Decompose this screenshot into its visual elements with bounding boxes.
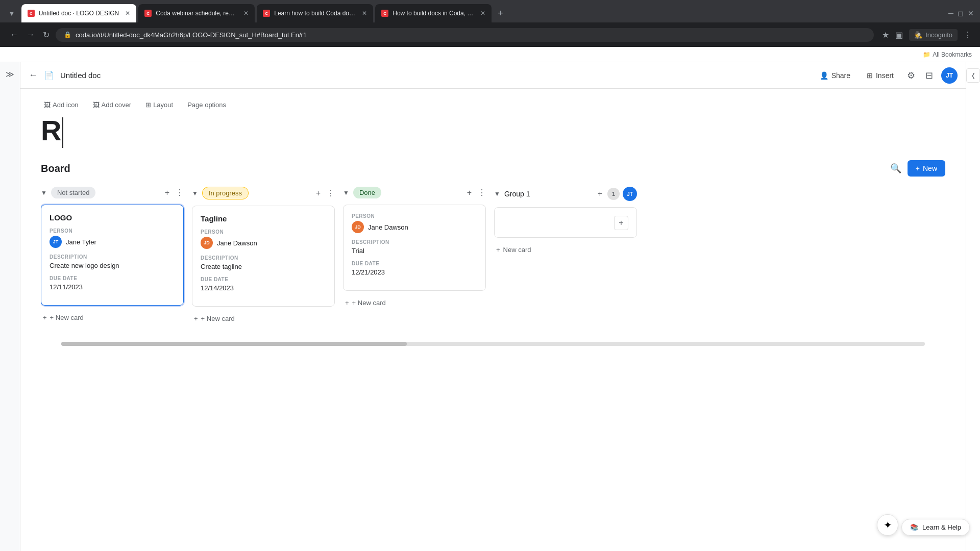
user-avatar[interactable]: JT [941, 67, 958, 84]
back-button[interactable]: ← [29, 70, 38, 81]
share-button[interactable]: 👤 Share [815, 68, 855, 83]
page-heading[interactable]: R [41, 115, 945, 148]
new-record-plus-icon: + [916, 164, 920, 172]
card-logo-description: Create new logo design [50, 262, 175, 269]
card-logo[interactable]: LOGO PERSON JT Jane Tyler DESCRIPTION [41, 205, 184, 306]
card-trial-person: JD Jane Dawson [352, 221, 477, 233]
ai-assistant-button[interactable]: ✦ [877, 514, 898, 536]
tab-close-learn[interactable]: ✕ [362, 10, 367, 17]
add-card-button-not-started[interactable]: + [163, 187, 172, 198]
tab-untitled[interactable]: C Untitled doc · LOGO DESIGN ✕ [21, 4, 136, 22]
new-card-label-in-progress: + New card [201, 315, 235, 322]
new-card-plus-icon-not-started: + [43, 314, 47, 321]
card-trial-person-label: PERSON [352, 213, 477, 219]
close-button[interactable]: ✕ [968, 9, 974, 17]
split-screen-icon[interactable]: ▣ [895, 30, 903, 40]
tab-title-learn: Learn how to build Coda docs... [274, 10, 356, 17]
maximize-button[interactable]: ◻ [958, 9, 964, 17]
filter-icon-in-progress[interactable]: ▼ [192, 190, 198, 197]
new-card-button-done[interactable]: + + New card [343, 296, 486, 310]
card-tagline[interactable]: Tagline PERSON JD Jane Dawson DESCRIPTIO… [192, 206, 335, 307]
tab-learn[interactable]: C Learn how to build Coda docs... ✕ [257, 4, 373, 22]
tab-close-how[interactable]: ✕ [480, 10, 485, 17]
all-bookmarks-button[interactable]: 📁 All Bookmarks [923, 51, 972, 58]
new-record-button[interactable]: + New [908, 160, 945, 177]
page-content: 🖼 Add icon 🖼 Add cover ⊞ Layout Page opt… [20, 89, 966, 551]
new-tab-button[interactable]: + [494, 6, 507, 21]
scrollbar-track[interactable] [61, 342, 925, 346]
new-card-button-in-progress[interactable]: + + New card [192, 312, 335, 325]
back-navigation-button[interactable]: ← [8, 28, 20, 41]
layout-button[interactable]: ⊞ Layout [142, 99, 176, 111]
learn-help-button[interactable]: 📚 Learn & Help [901, 519, 970, 536]
add-card-button-in-progress[interactable]: + [314, 188, 323, 199]
learn-help-icon: 📚 [910, 523, 918, 531]
bookmarks-icon: 📁 [923, 51, 930, 58]
tab-favicon-coda-active: C [28, 10, 35, 17]
header-right: 👤 Share ⊞ Insert ⚙ ⊟ JT [815, 67, 958, 84]
board-title: Board [41, 163, 70, 174]
board: Board 🔍 + New ▼ Not [41, 160, 945, 330]
tab-close-untitled[interactable]: ✕ [125, 10, 130, 17]
card-trial[interactable]: PERSON JD Jane Dawson DESCRIPTION Trial [343, 205, 486, 291]
add-card-button-done[interactable]: + [465, 187, 474, 198]
heading-letter: R [41, 114, 61, 146]
incognito-button[interactable]: 🕵 Incognito [909, 29, 958, 41]
add-icon-icon: 🖼 [44, 101, 51, 109]
insert-icon: ⊞ [867, 71, 873, 80]
tab-title-how: How to build docs in Coda, cre... [393, 10, 474, 17]
board-header: Board 🔍 + New [41, 160, 945, 177]
new-card-plus-icon-in-progress: + [194, 315, 198, 322]
new-card-button-not-started[interactable]: + + New card [41, 311, 184, 324]
browser-chrome: ▼ C Untitled doc · LOGO DESIGN ✕ C Coda … [0, 0, 980, 47]
filter-icon-done[interactable]: ▼ [343, 189, 349, 196]
badge-not-started: Not started [51, 187, 96, 198]
new-card-button-group1[interactable]: + New card [494, 243, 637, 257]
sidebar-toggle-button[interactable]: ≫ [3, 66, 17, 82]
tab-bar: ▼ C Untitled doc · LOGO DESIGN ✕ C Coda … [0, 0, 980, 22]
scrollbar-thumb[interactable] [61, 342, 407, 346]
search-icon[interactable]: 🔍 [890, 163, 901, 174]
right-collapse-panel: ❬ [966, 62, 980, 551]
group1-header: ▼ Group 1 + 1 JT [494, 187, 637, 201]
main-content: ← 📄 Untitled doc 👤 Share ⊞ Insert ⚙ ⊟ JT [20, 62, 966, 551]
url-text: coda.io/d/Untitled-doc_dk4MaGh2h6p/LOGO-… [76, 31, 307, 39]
add-icon-button[interactable]: 🖼 Add icon [41, 99, 82, 111]
card-trial-due-date-field: DUE DATE 12/21/2023 [352, 261, 477, 276]
column-menu-button-in-progress[interactable]: ⋮ [327, 188, 335, 198]
badge-group1: Group 1 [504, 190, 530, 198]
add-card-button-group1[interactable]: + [596, 188, 604, 199]
card-logo-description-label: DESCRIPTION [50, 254, 175, 260]
card-tagline-person-field: PERSON JD Jane Dawson [201, 229, 326, 249]
tab-scroll-left[interactable]: ▼ [4, 7, 19, 19]
view-options-button[interactable]: ⊟ [923, 68, 935, 83]
column-header-done: ▼ Done + ⋮ [343, 187, 486, 198]
filter-icon-not-started[interactable]: ▼ [41, 189, 47, 196]
tab-how[interactable]: C How to build docs in Coda, cre... ✕ [375, 4, 492, 22]
address-bar: ← → ↻ 🔒 coda.io/d/Untitled-doc_dk4MaGh2h… [0, 22, 980, 47]
reload-button[interactable]: ↻ [41, 28, 52, 42]
bookmark-star-icon[interactable]: ★ [882, 30, 889, 40]
settings-button[interactable]: ⚙ [905, 68, 917, 83]
insert-button[interactable]: ⊞ Insert [862, 68, 899, 83]
group1-count-badge: 1 [607, 188, 620, 200]
url-bar[interactable]: 🔒 coda.io/d/Untitled-doc_dk4MaGh2h6p/LOG… [56, 28, 874, 42]
filter-icon-group1[interactable]: ▼ [494, 190, 500, 197]
column-menu-button-done[interactable]: ⋮ [478, 188, 486, 197]
card-tagline-person-label: PERSON [201, 229, 326, 235]
card-group1-empty[interactable]: + [494, 207, 637, 238]
add-card-inline-button[interactable]: + [614, 216, 628, 230]
column-menu-button-not-started[interactable]: ⋮ [176, 188, 184, 197]
avatar-jane-tyler: JT [50, 236, 62, 248]
collapse-right-button[interactable]: ❬ [966, 68, 980, 83]
forward-navigation-button[interactable]: → [24, 28, 37, 41]
card-trial-description: Trial [352, 247, 477, 255]
browser-menu-icon[interactable]: ⋮ [964, 30, 972, 40]
tab-title-untitled: Untitled doc · LOGO DESIGN [39, 10, 119, 17]
column-done: ▼ Done + ⋮ PERSON JD Jane Dawson [343, 187, 486, 325]
add-cover-button[interactable]: 🖼 Add cover [90, 99, 135, 111]
page-options-button[interactable]: Page options [184, 99, 229, 111]
tab-close-webinar[interactable]: ✕ [243, 10, 249, 17]
minimize-button[interactable]: ─ [948, 9, 953, 17]
tab-webinar[interactable]: C Coda webinar schedule, regist... ✕ [138, 4, 255, 22]
